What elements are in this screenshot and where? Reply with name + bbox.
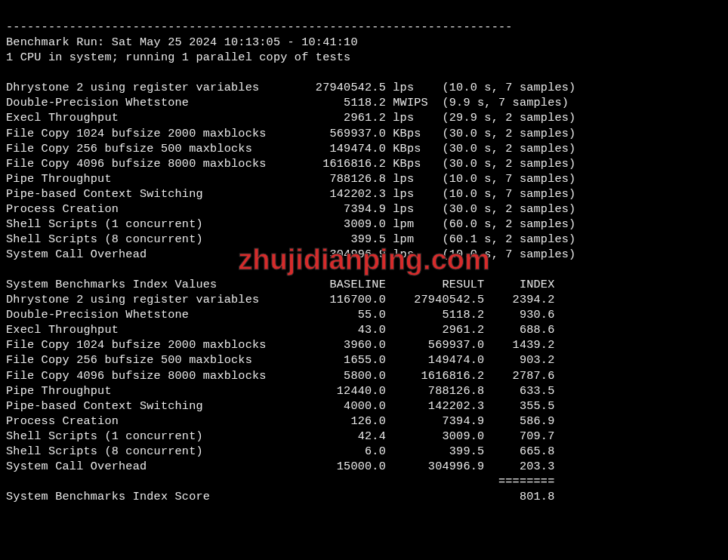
raw-results-block: Dhrystone 2 using register variables 279… [6, 81, 575, 261]
benchmark-run-line: Benchmark Run: Sat May 25 2024 10:13:05 … [6, 35, 358, 49]
terminal-output: ----------------------------------------… [0, 0, 728, 519]
index-score-block: ======== System Benchmarks Index Score 8… [6, 475, 555, 503]
index-values-block: System Benchmarks Index Values BASELINE … [6, 278, 555, 473]
cpu-info-line: 1 CPU in system; running 1 parallel copy… [6, 51, 350, 64]
divider-line: ----------------------------------------… [6, 20, 513, 34]
